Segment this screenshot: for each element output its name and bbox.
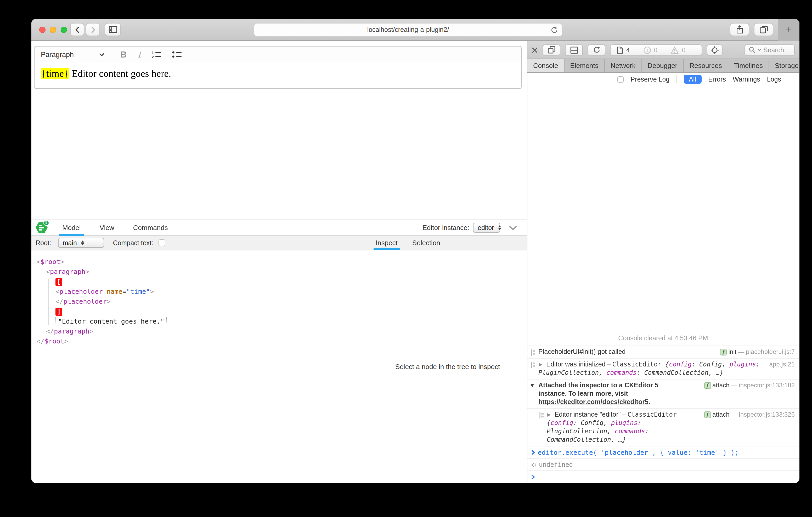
select-stepper-icon xyxy=(498,225,501,230)
placeholder-widget[interactable]: {time} xyxy=(41,68,69,79)
paragraph-dropdown[interactable]: Paragraph xyxy=(41,51,74,59)
source-link[interactable]: inspector.js:133:182 xyxy=(739,382,795,389)
document-icon xyxy=(617,46,623,54)
devtools-tab-console[interactable]: Console xyxy=(527,59,564,72)
compact-text-label: Compact text: xyxy=(113,239,153,246)
tree-text-node[interactable]: "Editor content goes here." xyxy=(37,316,368,326)
web-inspector: 4 0 xyxy=(527,41,799,483)
screen: localhost/creating-a-plugin2/ xyxy=(0,0,812,517)
share-button[interactable] xyxy=(730,23,749,36)
svg-text:1: 1 xyxy=(152,51,154,55)
node-inspector-pane: Inspect Selection Select a node in the t… xyxy=(368,236,527,483)
close-devtools-icon[interactable] xyxy=(531,47,538,53)
editor-instance-label: Editor instance: xyxy=(423,224,469,232)
console-message[interactable]: ▶ Editor instance "editor"–ClassicEditor… xyxy=(527,409,799,447)
tree-selection-start-marker[interactable]: [ xyxy=(37,277,368,286)
devtools-tab-storage[interactable]: Storage xyxy=(769,59,800,72)
devtools-tab-debugger[interactable]: Debugger xyxy=(642,59,684,72)
tab-inspect[interactable]: Inspect xyxy=(374,239,400,250)
close-window-button[interactable] xyxy=(39,27,46,33)
search-chevron-icon xyxy=(758,49,761,51)
function-badge-icon: f xyxy=(704,411,711,418)
filter-logs[interactable]: Logs xyxy=(767,75,781,83)
tree-node-root-open[interactable]: <$root> xyxy=(37,257,368,267)
select-stepper-icon xyxy=(81,240,84,245)
forward-button[interactable] xyxy=(86,23,100,36)
italic-button[interactable]: I xyxy=(138,50,141,60)
inspector-header: 5 Model View Commands Editor instance: e… xyxy=(31,220,527,236)
resource-count: 4 xyxy=(626,46,630,54)
editor-content[interactable]: {time}Editor content goes here. xyxy=(34,63,521,88)
element-picker-button[interactable] xyxy=(707,44,723,56)
editor-instance-select[interactable]: editor xyxy=(473,223,500,233)
editor-text: Editor content goes here. xyxy=(72,68,171,79)
error-count: 0 xyxy=(654,46,657,54)
console-message[interactable]: ▼ Attached the inspector to a CKEditor 5… xyxy=(527,379,799,409)
console-cleared-note: Console cleared at 4:53:46 PM xyxy=(527,332,799,346)
collapse-panel-icon[interactable] xyxy=(509,225,517,230)
console-message[interactable]: ▶ Editor was initialized–ClassicEditor {… xyxy=(527,359,799,379)
root-select[interactable]: main xyxy=(58,238,104,248)
reload-icon[interactable] xyxy=(550,26,558,34)
bulleted-list-button[interactable] xyxy=(172,51,182,59)
resource-summary-button[interactable]: 4 0 xyxy=(610,44,702,56)
chevron-down-icon[interactable] xyxy=(99,53,105,57)
new-tab-button[interactable]: + xyxy=(778,19,800,41)
inspect-empty-state: Select a node in the tree to inspect xyxy=(368,250,527,483)
ckeditor-inspector: 5 Model View Commands Editor instance: e… xyxy=(31,219,527,483)
sidebar-toggle-button[interactable] xyxy=(105,23,121,36)
content-row: Paragraph B I 1 2 xyxy=(31,41,800,483)
log-icon xyxy=(530,347,539,356)
source-link[interactable]: placeholderui.js:7 xyxy=(746,348,795,356)
preserve-log-label: Preserve Log xyxy=(631,75,670,83)
dock-to-window-button[interactable] xyxy=(543,44,560,56)
tree-node-paragraph-close[interactable]: </paragraph> xyxy=(37,326,368,336)
console-filter-bar: Preserve Log All Errors Warnings Logs xyxy=(527,73,799,86)
devtools-tab-timelines[interactable]: Timelines xyxy=(728,59,769,72)
address-bar[interactable]: localhost/creating-a-plugin2/ xyxy=(254,23,562,37)
tab-view[interactable]: View xyxy=(96,220,117,236)
back-button[interactable] xyxy=(70,23,84,36)
chevron-right-icon xyxy=(90,26,95,33)
bold-button[interactable]: B xyxy=(120,50,127,60)
model-tree-pane: Root: main Compact text: <$root> xyxy=(31,236,368,483)
devtools-tab-resources[interactable]: Resources xyxy=(684,59,728,72)
filter-warnings[interactable]: Warnings xyxy=(733,75,760,83)
show-tabs-button[interactable] xyxy=(754,23,773,36)
search-placeholder: Search xyxy=(763,46,784,54)
disclosure-triangle-icon[interactable]: ▶ xyxy=(539,362,544,367)
tree-controls: Root: main Compact text: xyxy=(31,236,368,250)
minimize-window-button[interactable] xyxy=(50,27,56,33)
tree-node-placeholder-open[interactable]: <placeholder name="time"> xyxy=(37,286,368,296)
source-link[interactable]: app.js:21 xyxy=(770,361,795,368)
zoom-window-button[interactable] xyxy=(61,27,67,33)
devtools-search-field[interactable]: Search xyxy=(745,44,795,56)
tab-selection[interactable]: Selection xyxy=(410,239,442,250)
reload-page-button[interactable] xyxy=(587,44,605,56)
numbered-list-button[interactable]: 1 2 xyxy=(152,51,162,59)
search-icon xyxy=(749,47,755,53)
dock-to-bottom-button[interactable] xyxy=(565,44,583,56)
plus-icon: + xyxy=(786,24,791,36)
title-bar: localhost/creating-a-plugin2/ xyxy=(31,19,800,41)
tab-model[interactable]: Model xyxy=(59,220,84,236)
preserve-log-checkbox[interactable] xyxy=(618,76,624,82)
console-command-history[interactable]: editor.execute( 'placeholder', { value: … xyxy=(527,447,799,459)
tree-node-root-close[interactable]: </$root> xyxy=(37,336,368,346)
disclosure-triangle-icon[interactable]: ▶ xyxy=(547,412,553,417)
tab-commands[interactable]: Commands xyxy=(130,220,171,236)
console-message[interactable]: PlaceholderUI#init() got called f init —… xyxy=(527,346,799,359)
devtools-tab-network[interactable]: Network xyxy=(605,59,642,72)
devtools-tab-elements[interactable]: Elements xyxy=(564,59,605,72)
ckeditor-docs-link[interactable]: https://ckeditor.com/docs/ckeditor5 xyxy=(539,398,648,406)
console-prompt[interactable] xyxy=(527,471,799,483)
disclosure-triangle-icon[interactable]: ▼ xyxy=(530,383,534,388)
tree-node-paragraph-open[interactable]: <paragraph> xyxy=(37,267,368,277)
compact-text-checkbox[interactable] xyxy=(158,239,165,246)
filter-all[interactable]: All xyxy=(684,75,701,84)
tree-selection-end-marker[interactable]: ] xyxy=(37,306,368,316)
source-link[interactable]: inspector.js:133:326 xyxy=(739,411,795,418)
tree-node-placeholder-close[interactable]: </placeholder> xyxy=(37,296,368,306)
function-badge-icon: f xyxy=(720,348,727,355)
filter-errors[interactable]: Errors xyxy=(708,75,726,83)
